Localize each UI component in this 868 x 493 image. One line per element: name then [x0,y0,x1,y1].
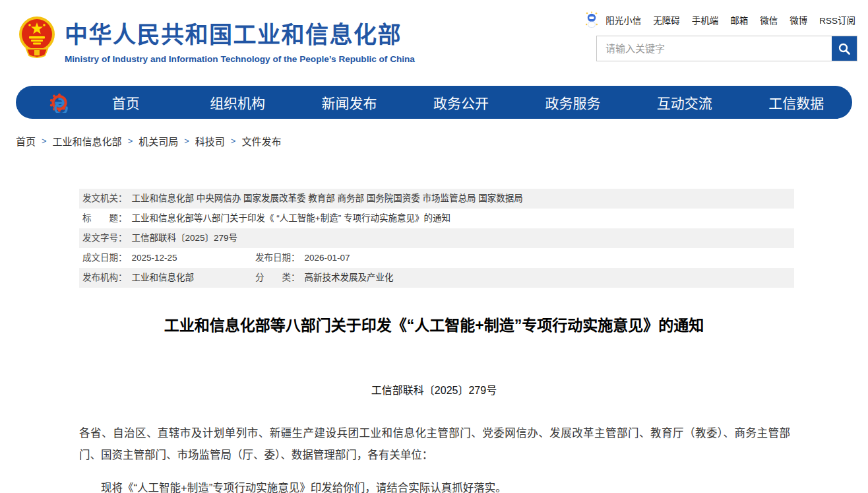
meta-label: 发布日期： [255,248,300,268]
breadcrumb-item-1[interactable]: 工业和信息化部 [53,134,122,148]
meta-row-4: 发布机构：工业和信息化部分 类：高新技术发展及产业化 [79,268,794,288]
nav-item-5[interactable]: 互动交流 [629,92,740,112]
meta-row-0: 发文机关：工业和信息化部 中央网信办 国家发展改革委 教育部 商务部 国务院国资… [79,189,794,209]
top-link-4[interactable]: 微信 [760,13,778,26]
meta-label: 发文机关： [82,189,127,209]
breadcrumb-separator: > [231,136,236,146]
meta-label: 分 类： [255,268,300,288]
nav-item-2[interactable]: 新闻发布 [294,92,405,112]
mascot-robot-icon [584,11,599,28]
meta-cell: 发文字号：工信部联科〔2025〕279号 [82,228,794,248]
document-number: 工信部联科〔2025〕279号 [0,381,868,397]
search-button[interactable] [832,36,857,61]
national-emblem-icon [18,15,55,62]
breadcrumb: 首页>工业和信息化部>机关司局>科技司>文件发布 [16,134,868,148]
meta-value: 工业和信息化部 中央网信办 国家发展改革委 教育部 商务部 国务院国资委 市场监… [132,189,523,209]
national-emblem-logo[interactable] [18,15,55,62]
document-area: 发文机关：工业和信息化部 中央网信办 国家发展改革委 教育部 商务部 国务院国资… [0,189,868,493]
meta-cell: 发布机构：工业和信息化部 [82,268,255,288]
breadcrumb-separator: > [42,136,47,146]
miit-swirl-icon [49,92,70,113]
main-nav: 首页组织机构新闻发布政务公开政务服务互动交流工信数据 [16,86,852,119]
meta-cell: 标 题：工业和信息化部等八部门关于印发《 “人工智能+制造” 专项行动实施意见》… [82,209,794,228]
top-link-1[interactable]: 无障碍 [653,13,680,26]
meta-cell: 发文机关：工业和信息化部 中央网信办 国家发展改革委 教育部 商务部 国务院国资… [82,189,794,209]
top-link-2[interactable]: 手机端 [692,13,719,26]
nav-item-0[interactable]: 首页 [70,92,181,112]
meta-cell: 成文日期：2025-12-25 [82,248,255,268]
meta-label: 成文日期： [82,248,127,268]
top-link-6[interactable]: RSS订阅 [819,13,855,26]
document-title: 工业和信息化部等八部门关于印发《“人工智能+制造”专项行动实施意见》的通知 [40,313,828,335]
top-link-3[interactable]: 邮箱 [730,13,748,26]
nav-item-1[interactable]: 组织机构 [181,92,293,112]
meta-cell: 发布日期：2026-01-07 [255,248,350,268]
breadcrumb-item-2[interactable]: 机关司局 [139,134,178,148]
meta-label: 发布机构： [82,268,127,288]
search-icon [838,42,851,55]
document-meta-table: 发文机关：工业和信息化部 中央网信办 国家发展改革委 教育部 商务部 国务院国资… [79,189,794,288]
body-paragraph-addressees: 各省、自治区、直辖市及计划单列市、新疆生产建设兵团工业和信息化主管部门、党委网信… [79,422,790,466]
site-subtitle-en: Ministry of Industry and Information Tec… [65,54,415,64]
nav-item-6[interactable]: 工信数据 [741,92,852,112]
meta-row-3: 成文日期：2025-12-25发布日期：2026-01-07 [79,248,794,268]
meta-value: 高新技术发展及产业化 [305,268,394,288]
meta-cell: 分 类：高新技术发展及产业化 [255,268,394,288]
meta-row-1: 标 题：工业和信息化部等八部门关于印发《 “人工智能+制造” 专项行动实施意见》… [79,209,794,228]
meta-value: 2025-12-25 [132,248,177,268]
meta-value: 工信部联科〔2025〕279号 [132,228,238,248]
search-bar [596,36,857,61]
site-title-block: 中华人民共和国工业和信息化部 Ministry of Industry and … [65,16,415,64]
nav-item-3[interactable]: 政务公开 [405,92,516,112]
breadcrumb-separator: > [128,136,133,146]
body-paragraph-notice: 现将《“人工智能+制造”专项行动实施意见》印发给你们，请结合实际认真抓好落实。 [79,477,790,493]
site-header: 中华人民共和国工业和信息化部 Ministry of Industry and … [0,0,868,86]
breadcrumb-item-3[interactable]: 科技司 [195,134,225,148]
meta-row-2: 发文字号：工信部联科〔2025〕279号 [79,228,794,248]
top-link-5[interactable]: 微博 [790,13,807,26]
top-link-0[interactable]: 阳光小信 [605,13,641,26]
meta-label: 标 题： [82,209,127,228]
search-input[interactable] [597,36,832,61]
meta-value: 2026-01-07 [305,248,350,268]
header-utility-links: 阳光小信无障碍手机端邮箱微信微博RSS订阅 [584,11,855,28]
breadcrumb-separator: > [184,136,189,146]
miit-gov-webpage: 中华人民共和国工业和信息化部 Ministry of Industry and … [0,0,868,493]
meta-label: 发文字号： [82,228,127,248]
breadcrumb-item-4: 文件发布 [241,134,281,148]
meta-value: 工业和信息化部等八部门关于印发《 “人工智能+制造” 专项行动实施意见》的通知 [132,209,450,228]
breadcrumb-item-0[interactable]: 首页 [16,134,36,148]
meta-value: 工业和信息化部 [132,268,195,288]
nav-item-4[interactable]: 政务服务 [517,92,629,112]
site-title[interactable]: 中华人民共和国工业和信息化部 [65,16,415,49]
